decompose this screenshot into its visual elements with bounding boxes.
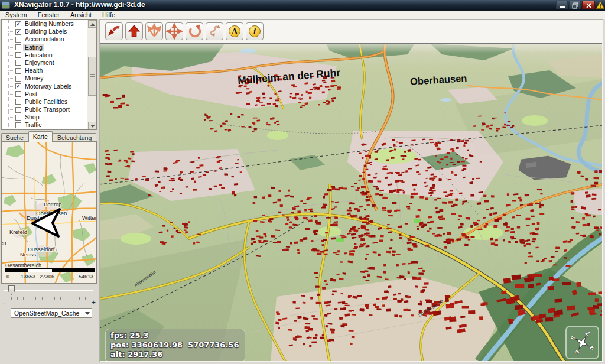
layer-tree: ✓Building Numbers✓Building LabelsAccomod… <box>1 20 97 130</box>
horizon-haze <box>100 44 602 53</box>
cross-arrows-icon <box>166 23 183 40</box>
restore-icon <box>570 1 581 10</box>
layer-label: Eating <box>23 44 44 51</box>
layer-row[interactable]: Post <box>2 90 96 98</box>
menu-hilfe[interactable]: Hilfe <box>97 11 121 20</box>
restore-button[interactable] <box>569 1 581 9</box>
layer-checkbox[interactable] <box>15 91 21 97</box>
tab-beleuchtung[interactable]: Beleuchtung <box>53 133 96 142</box>
layer-checkbox[interactable] <box>15 99 21 105</box>
reset-view-button[interactable] <box>105 22 123 40</box>
svg-text:54613: 54613 <box>79 274 93 280</box>
layer-checkbox[interactable]: ✓ <box>15 29 21 35</box>
warning-icon <box>596 1 604 9</box>
pan-cross-button[interactable] <box>165 22 183 40</box>
tree-dash <box>8 70 14 71</box>
layer-label: Public Facilities <box>23 98 69 106</box>
scroll-down-button[interactable] <box>88 122 96 129</box>
info-button[interactable]: i <box>246 22 264 40</box>
menu-ansicht[interactable]: Ansicht <box>65 11 97 20</box>
bent-arrow-icon <box>106 23 122 40</box>
svg-text:Gesamtbereich: Gesamtbereich <box>5 262 41 268</box>
application-window: XNavigator 1.0.7 - http://www.gdi-3d.de … <box>0 0 605 364</box>
app-icon <box>2 1 10 9</box>
layer-row[interactable]: ✓Building Labels <box>2 28 96 35</box>
layer-checkbox[interactable] <box>15 115 21 121</box>
tab-suche[interactable]: Suche <box>1 133 28 142</box>
layer-checkbox[interactable] <box>15 60 21 66</box>
triangle-up-icon <box>90 23 95 26</box>
layer-label: Building Numbers <box>23 20 76 28</box>
tree-dash <box>8 94 14 95</box>
menu-system[interactable]: System <box>0 11 32 20</box>
slider-track[interactable] <box>4 290 93 291</box>
svg-text:Witten: Witten <box>82 214 97 221</box>
layer-checkbox[interactable]: ✓ <box>15 21 21 27</box>
close-button[interactable] <box>582 1 595 9</box>
compass-rose-icon: N E S W <box>567 327 598 358</box>
svg-text:E: E <box>574 349 581 355</box>
layer-checkbox[interactable] <box>15 44 21 50</box>
scrollbar-thumb[interactable] <box>88 57 96 96</box>
layer-checkbox[interactable] <box>15 107 21 113</box>
layer-row[interactable]: Shop <box>2 113 96 121</box>
svg-text:Krefeld: Krefeld <box>9 229 27 235</box>
tree-dash <box>8 102 14 102</box>
tab-karte[interactable]: Karte <box>28 131 53 142</box>
position-value: pos: 3360619.98 5707736.56 <box>110 340 239 350</box>
basemap-dropdown[interactable]: OpenStreetMap_Cache <box>11 308 92 318</box>
rotate-button[interactable] <box>186 22 203 40</box>
tree-dash <box>8 63 14 63</box>
sidebar: ✓Building Numbers✓Building LabelsAccomod… <box>0 20 98 364</box>
menu-fenster[interactable]: Fenster <box>32 11 65 20</box>
layer-label: Traffic <box>23 121 44 129</box>
turn-button[interactable] <box>206 22 223 40</box>
tree-dash <box>8 31 14 32</box>
svg-text:W: W <box>583 330 591 337</box>
map-toolbar: A i <box>100 21 602 43</box>
layer-checkbox[interactable] <box>15 68 21 74</box>
move-up-button[interactable] <box>125 22 143 40</box>
layer-checkbox[interactable] <box>15 76 21 82</box>
slider-thumb[interactable] <box>8 285 15 295</box>
attribute-labels-button[interactable]: A <box>226 22 243 40</box>
layer-label: Public Transport <box>23 106 71 113</box>
layer-checkbox[interactable] <box>15 122 21 128</box>
layer-row[interactable]: Money <box>2 74 96 82</box>
layer-checkbox[interactable] <box>15 52 21 58</box>
layer-tree-scrollbar[interactable] <box>87 20 96 129</box>
altitude-value: alt: 2917.36 <box>110 350 239 359</box>
layer-label: Money <box>23 74 45 82</box>
layer-label: Motorway Labels <box>23 83 73 90</box>
map-3d-viewport[interactable]: Aktienstraße Duisburger Str. Mülheim an … <box>100 43 602 361</box>
svg-text:13653: 13653 <box>21 274 35 280</box>
overview-map[interactable]: Bottrop Oberhausen Duisburg Witten Krefe… <box>1 141 97 284</box>
layer-row[interactable]: Education <box>2 51 96 59</box>
layer-row[interactable]: Traffic <box>2 121 96 129</box>
minimize-button[interactable] <box>556 1 568 9</box>
layer-row[interactable]: Public Facilities <box>2 98 96 106</box>
layer-label: Building Labels <box>23 28 69 35</box>
layer-row[interactable]: Health <box>2 67 96 74</box>
layer-row[interactable]: ✓Motorway Labels <box>2 83 96 90</box>
layer-checkbox[interactable] <box>15 37 21 43</box>
sidebar-tabs: Suche Karte Beleuchtung <box>1 131 97 142</box>
triangle-down-icon <box>90 125 95 128</box>
compass-widget[interactable]: N E S W <box>565 326 599 359</box>
layer-checkbox[interactable]: ✓ <box>15 83 21 89</box>
layer-row[interactable]: Accomodation <box>2 35 96 43</box>
layer-row[interactable]: ✓Building Numbers <box>2 20 96 28</box>
layer-row[interactable]: Public Transport <box>2 106 96 113</box>
title-bar[interactable]: XNavigator 1.0.7 - http://www.gdi-3d.de <box>0 0 605 11</box>
pan-fan-button[interactable] <box>145 22 163 40</box>
layer-row[interactable]: Enjoyment <box>2 59 96 67</box>
tree-dash <box>8 39 14 40</box>
status-overlay: fps: 25.3 pos: 3360619.98 5707736.56 alt… <box>105 329 245 361</box>
scroll-up-button[interactable] <box>88 20 96 28</box>
close-icon <box>583 1 596 10</box>
svg-text:en: en <box>2 239 6 246</box>
map-panel: A i <box>99 20 603 362</box>
menu-bar: System Fenster Ansicht Hilfe <box>0 11 605 20</box>
basemap-dropdown-value: OpenStreetMap_Cache <box>14 310 79 317</box>
layer-row[interactable]: Eating <box>2 44 96 51</box>
